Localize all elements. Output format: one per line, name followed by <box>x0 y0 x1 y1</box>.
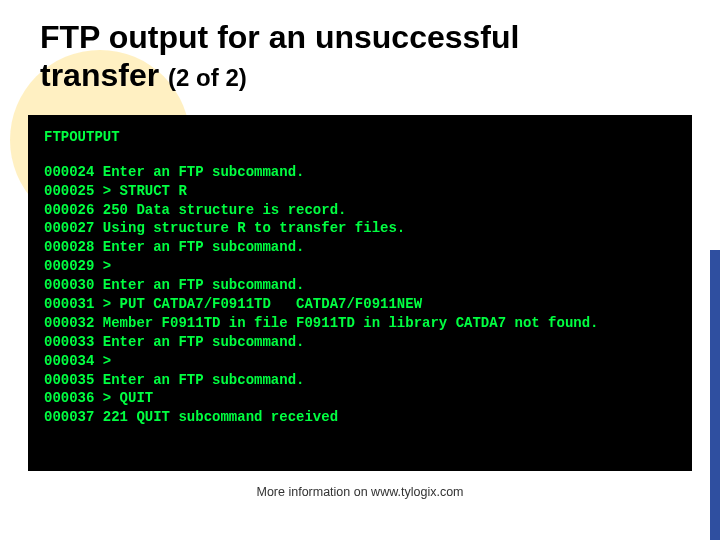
terminal-output: FTPOUTPUT 000024 Enter an FTP subcommand… <box>28 115 692 471</box>
title-line1: FTP output for an unsuccessful <box>40 19 519 55</box>
terminal-header: FTPOUTPUT <box>44 129 676 145</box>
slide-title: FTP output for an unsuccessful transfer … <box>40 18 720 95</box>
title-line2-sub: (2 of 2) <box>168 64 247 91</box>
title-line2-strong: transfer <box>40 57 159 93</box>
terminal-lines: 000024 Enter an FTP subcommand. 000025 >… <box>44 163 676 427</box>
footer-text: More information on www.tylogix.com <box>0 485 720 499</box>
